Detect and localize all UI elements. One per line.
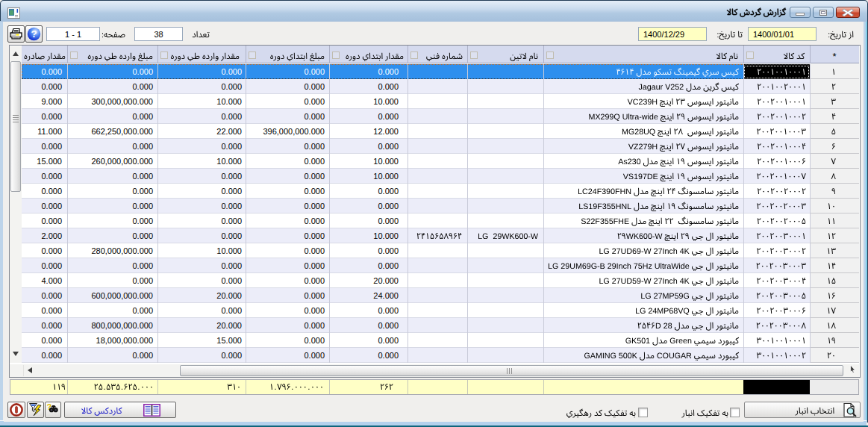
svg-text:?: ?: [31, 28, 37, 40]
